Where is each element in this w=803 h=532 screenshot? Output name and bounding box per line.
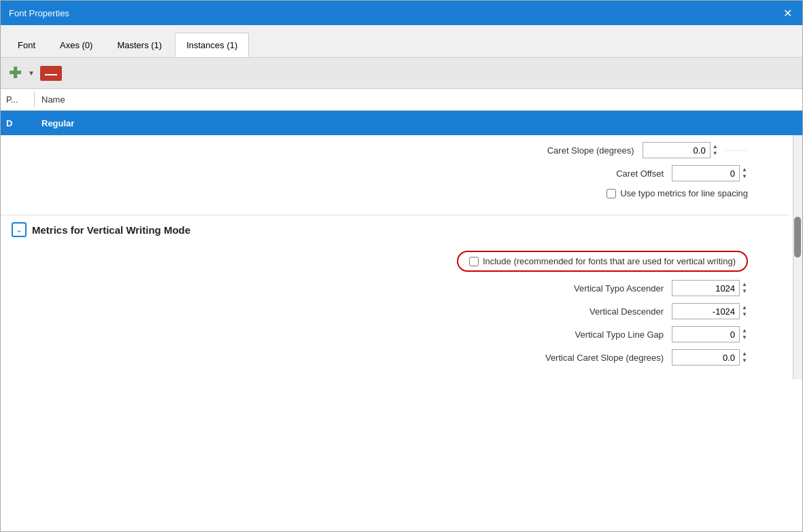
tab-instances[interactable]: Instances (1)	[175, 33, 249, 57]
svg-rect-0	[45, 74, 57, 75]
remove-button[interactable]	[40, 66, 62, 81]
caret-offset-label: Caret Offset	[555, 169, 664, 179]
include-highlight-box: Include (recommended for fonts that are …	[457, 251, 748, 272]
caret-slope-spinner[interactable]: ▲ ▼	[712, 143, 719, 157]
use-typo-row: Use typo metrics for line spacing	[14, 188, 775, 198]
tab-axes[interactable]: Axes (0)	[48, 33, 104, 57]
spinner-up-icon[interactable]: ▲	[741, 166, 748, 173]
use-typo-label: Use typo metrics for line spacing	[606, 188, 748, 198]
drag-handle: ·······	[725, 147, 748, 154]
instance-row-regular[interactable]: D Regular	[1, 111, 802, 135]
add-dropdown-button[interactable]: ▼	[27, 68, 36, 78]
content-area: Caret Slope (degrees) ▲ ▼ ······· Caret …	[1, 135, 802, 531]
spinner-down-icon[interactable]: ▼	[741, 357, 748, 364]
spinner-down-icon[interactable]: ▼	[741, 311, 748, 318]
col-header-p: P...	[1, 92, 35, 107]
caret-slope-input[interactable]	[643, 142, 711, 158]
vertical-metrics-section: Include (recommended for fonts that are …	[1, 244, 789, 379]
v-caret-slope-spinner[interactable]: ▲ ▼	[741, 351, 748, 364]
v-descender-row: Vertical Descender ▲ ▼	[14, 303, 775, 319]
include-label: Include (recommended for fonts that are …	[483, 256, 736, 266]
use-typo-checkbox[interactable]	[606, 189, 616, 198]
minus-icon	[45, 73, 57, 76]
title-bar: Font Properties ✕	[1, 1, 802, 25]
content-inner: Caret Slope (degrees) ▲ ▼ ······· Caret …	[1, 135, 802, 379]
row-name-value: Regular	[35, 116, 802, 131]
tab-font[interactable]: Font	[6, 33, 47, 57]
window-title: Font Properties	[9, 8, 69, 18]
v-caret-slope-row: Vertical Caret Slope (degrees) ▲ ▼	[14, 349, 775, 366]
section-title: Metrics for Vertical Writing Mode	[32, 224, 190, 236]
section-expand-button[interactable]: ⌄	[12, 222, 27, 237]
v-typo-ascender-spinner[interactable]: ▲ ▼	[741, 281, 748, 295]
tabs-bar: Font Axes (0) Masters (1) Instances (1)	[1, 25, 802, 58]
vertical-metrics-section-header: ⌄ Metrics for Vertical Writing Mode	[1, 215, 789, 244]
v-typo-line-gap-label: Vertical Typo Line Gap	[555, 330, 664, 340]
v-typo-ascender-input[interactable]	[672, 280, 740, 296]
spinner-down-icon[interactable]: ▼	[712, 150, 719, 157]
caret-offset-spinner[interactable]: ▲ ▼	[741, 166, 748, 180]
caret-slope-row: Caret Slope (degrees) ▲ ▼ ·······	[14, 142, 775, 158]
spinner-up-icon[interactable]: ▲	[741, 304, 748, 311]
v-typo-line-gap-spinner[interactable]: ▲ ▼	[741, 327, 748, 341]
v-typo-ascender-row: Vertical Typo Ascender ▲ ▼	[14, 280, 775, 296]
plus-icon: ✚	[9, 66, 21, 81]
form-section: Caret Slope (degrees) ▲ ▼ ······· Caret …	[1, 135, 789, 215]
spinner-up-icon[interactable]: ▲	[741, 351, 748, 357]
scrollbar-thumb[interactable]	[794, 217, 801, 258]
spinner-up-icon[interactable]: ▲	[741, 327, 748, 334]
caret-offset-input[interactable]	[672, 165, 740, 181]
v-descender-spinner[interactable]: ▲ ▼	[741, 304, 748, 318]
caret-slope-label: Caret Slope (degrees)	[526, 145, 634, 156]
v-caret-slope-label: Vertical Caret Slope (degrees)	[545, 353, 664, 363]
v-caret-slope-input[interactable]	[672, 349, 740, 366]
font-properties-window: Font Properties ✕ Font Axes (0) Masters …	[0, 0, 803, 532]
spinner-up-icon[interactable]: ▲	[741, 281, 748, 288]
v-descender-input[interactable]	[672, 303, 740, 319]
spinner-down-icon[interactable]: ▼	[741, 288, 748, 295]
caret-offset-row: Caret Offset ▲ ▼	[14, 165, 775, 181]
v-typo-ascender-label: Vertical Typo Ascender	[555, 283, 664, 294]
table-header: P... Name	[1, 89, 802, 111]
row-p-value: D	[1, 116, 35, 131]
v-typo-line-gap-input[interactable]	[672, 326, 740, 342]
add-button[interactable]: ✚	[7, 65, 22, 82]
v-descender-label: Vertical Descender	[555, 306, 664, 317]
col-header-name: Name	[35, 92, 802, 107]
scrollbar-track[interactable]	[793, 135, 802, 379]
toolbar: ✚ ▼	[1, 58, 802, 89]
spinner-down-icon[interactable]: ▼	[741, 173, 748, 180]
v-typo-line-gap-row: Vertical Typo Line Gap ▲ ▼	[14, 326, 775, 342]
spinner-up-icon[interactable]: ▲	[712, 143, 719, 150]
close-button[interactable]: ✕	[781, 6, 794, 20]
include-row: Include (recommended for fonts that are …	[14, 251, 775, 272]
tab-masters[interactable]: Masters (1)	[105, 33, 173, 57]
include-checkbox[interactable]	[469, 257, 479, 266]
spinner-down-icon[interactable]: ▼	[741, 334, 748, 341]
